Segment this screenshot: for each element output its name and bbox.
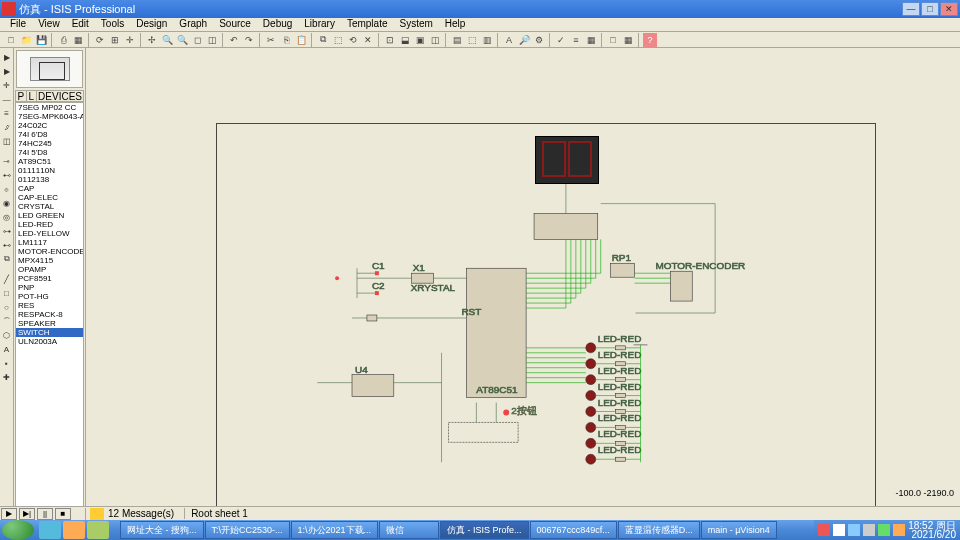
graph-tool-icon[interactable]: ⟐ [1,183,13,195]
device-item[interactable]: 74HC245 [16,139,83,148]
taskbar-task[interactable]: main - µVision4 [701,521,777,539]
zoomall-icon[interactable]: ◻ [190,33,204,47]
device-item[interactable]: 0111110N [16,166,83,175]
device-item[interactable]: CAP-ELEC [16,193,83,202]
blockopy-icon[interactable]: ⧉ [316,33,330,47]
search-icon[interactable]: 🔎 [517,33,531,47]
message-count[interactable]: 12 Message(s) [108,508,174,519]
decompose-icon[interactable]: ◫ [428,33,442,47]
device-item[interactable]: RESPACK-8 [16,310,83,319]
device-item[interactable]: PCF8591 [16,274,83,283]
menu-debug[interactable]: Debug [257,18,298,31]
selection-tool-icon[interactable]: ▶ [1,51,13,63]
device-item[interactable]: 7SEG MP02 CC [16,103,83,112]
circle-tool-icon[interactable]: ○ [1,301,13,313]
menu-edit[interactable]: Edit [66,18,95,31]
blockmove-icon[interactable]: ⬚ [331,33,345,47]
junction-tool-icon[interactable]: ✛ [1,79,13,91]
quick-explorer-icon[interactable] [63,521,85,539]
overview-panel[interactable] [16,50,83,88]
tray-flag-icon[interactable] [833,524,845,536]
generator-tool-icon[interactable]: ◎ [1,211,13,223]
device-item[interactable]: LM1117 [16,238,83,247]
arc-tool-icon[interactable]: ⌒ [1,315,13,327]
pause-button[interactable]: || [37,508,53,520]
ares-icon[interactable]: ▦ [584,33,598,47]
step-button[interactable]: ▶| [19,508,35,520]
cut-icon[interactable]: ✂ [264,33,278,47]
device-list[interactable]: 7SEG MP02 CC7SEG-MPK6043-A110124C02C74I … [15,102,84,520]
device-item[interactable]: POT-HG [16,292,83,301]
x2-icon[interactable]: ▦ [621,33,635,47]
tape-tool-icon[interactable]: ◉ [1,197,13,209]
origin-icon[interactable]: ✛ [123,33,137,47]
menu-template[interactable]: Template [341,18,394,31]
subcircuit-tool-icon[interactable]: ◫ [1,135,13,147]
menu-help[interactable]: Help [439,18,472,31]
stop-button[interactable]: ■ [55,508,71,520]
pin-tool-icon[interactable]: ⊷ [1,169,13,181]
package-icon[interactable]: ▣ [413,33,427,47]
device-item[interactable]: SWITCH [16,328,83,337]
box-tool-icon[interactable]: □ [1,287,13,299]
quick-media-icon[interactable] [87,521,109,539]
bus-tool-icon[interactable]: ⫽ [1,121,13,133]
center-icon[interactable]: ✢ [145,33,159,47]
device-item[interactable]: 24C02C [16,121,83,130]
minimize-button[interactable]: — [902,2,920,16]
taskbar-task[interactable]: T:\开始CC2530-... [205,521,290,539]
taskbar-task[interactable]: 微信 [379,521,439,539]
device-item[interactable]: LED-RED [16,220,83,229]
taskbar-task[interactable]: 蓝显温传感器D... [618,521,700,539]
device-item[interactable]: RES [16,301,83,310]
tray-vol-icon[interactable] [863,524,875,536]
menu-library[interactable]: Library [298,18,341,31]
message-icon[interactable] [90,508,104,520]
device-item[interactable]: CAP [16,184,83,193]
maximize-button[interactable]: □ [921,2,939,16]
taskbar-task[interactable]: 仿真 - ISIS Profe... [440,521,529,539]
tray-net-icon[interactable] [848,524,860,536]
undo-icon[interactable]: ↶ [227,33,241,47]
paste-icon[interactable]: 📋 [294,33,308,47]
taskbar-task[interactable]: 网址大全 - 搜狗... [120,521,204,539]
pick-devices-button[interactable]: P [16,91,27,101]
component-tool-icon[interactable]: ▶ [1,65,13,77]
copy-icon[interactable]: ⎘ [279,33,293,47]
open-icon[interactable]: 📁 [19,33,33,47]
text-tool-icon[interactable]: ≡ [1,107,13,119]
device-item[interactable]: 74I 6'D8 [16,130,83,139]
device-item[interactable]: 74I 5'D8 [16,148,83,157]
marker-tool-icon[interactable]: ✚ [1,371,13,383]
quick-ie-icon[interactable] [39,521,61,539]
device-item[interactable]: SPEAKER [16,319,83,328]
device-item[interactable]: LED GREEN [16,211,83,220]
device-item[interactable]: 7SEG-MPK6043-A1101 [16,112,83,121]
menu-view[interactable]: View [32,18,66,31]
device-item[interactable]: MPX4115 [16,256,83,265]
menu-system[interactable]: System [393,18,438,31]
zoomarea-icon[interactable]: ◫ [205,33,219,47]
schematic-sheet[interactable]: AT89C51 [216,123,876,508]
label-tool-icon[interactable]: — [1,93,13,105]
path-tool-icon[interactable]: ⬡ [1,329,13,341]
toggle1-icon[interactable]: ▤ [450,33,464,47]
new-icon[interactable]: □ [4,33,18,47]
help-icon[interactable]: ? [643,33,657,47]
redo-icon[interactable]: ↷ [242,33,256,47]
zoomin-icon[interactable]: 🔍 [160,33,174,47]
save-icon[interactable]: 💾 [34,33,48,47]
line-tool-icon[interactable]: ╱ [1,273,13,285]
menu-design[interactable]: Design [130,18,173,31]
taskbar-task[interactable]: 1:\办公2021下载... [291,521,379,539]
menu-source[interactable]: Source [213,18,257,31]
library-tab[interactable]: L [27,91,38,101]
toggle2-icon[interactable]: ⬚ [465,33,479,47]
blockrotate-icon[interactable]: ⟲ [346,33,360,47]
symbol-tool-icon[interactable]: ▪ [1,357,13,369]
text2-tool-icon[interactable]: A [1,343,13,355]
print-icon[interactable]: ⎙ [56,33,70,47]
netlist-icon[interactable]: ≡ [569,33,583,47]
play-button[interactable]: ▶ [1,508,17,520]
blockdelete-icon[interactable]: ✕ [361,33,375,47]
